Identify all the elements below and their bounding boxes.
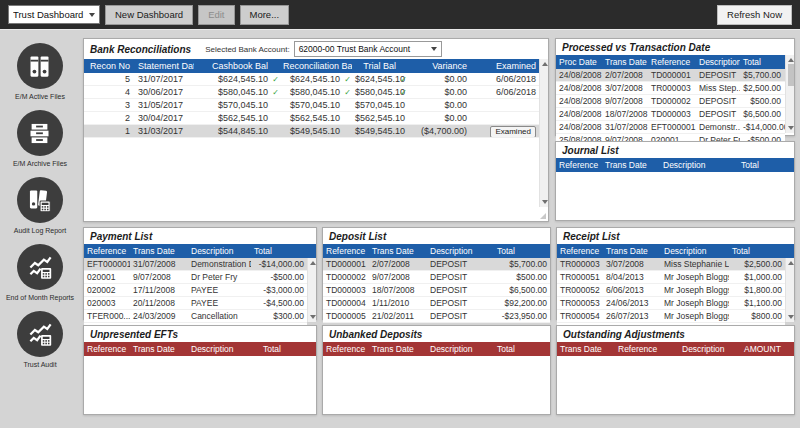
sidebar-item-em-archive-files[interactable]: E/M Archive Files (13, 110, 67, 168)
column-header[interactable]: Proc Date (556, 55, 602, 69)
column-header[interactable]: Total (251, 244, 307, 258)
scroll-up-icon (542, 62, 548, 66)
sidebar-item-label: Audit Log Report (14, 227, 67, 235)
table-row[interactable]: TD000005 21/02/2011 DEPOSIT -$23,950.00 (323, 310, 550, 323)
column-header[interactable]: Trans Date (130, 342, 188, 356)
table-row[interactable]: 24/08/2008 3/07/2008 TR000003 Miss Step.… (556, 82, 785, 95)
table-row[interactable]: TR000054 26/07/2013 Mr Joseph Bloggs $80… (557, 310, 785, 323)
column-header[interactable]: Description (679, 342, 741, 356)
edit-button[interactable]: Edit (198, 5, 234, 25)
column-header[interactable]: Reference (557, 244, 603, 258)
table-row[interactable]: TR000051 8/04/2013 Mr Joseph Bloggs $1,0… (557, 271, 785, 284)
sidebar-item-em-active-files[interactable]: E/M Active Files (15, 43, 65, 101)
table-row[interactable]: 2 30/04/2017 $562,545.10 $562,545.10 $56… (84, 112, 539, 125)
chevron-down-icon (431, 47, 437, 51)
table-body: 5 31/07/2017 $624,545.10✓ $624,545.10✓ $… (84, 73, 539, 138)
table-row[interactable]: 24/08/2008 9/07/2008 TD000002 DEPOSIT $5… (556, 95, 785, 108)
table-row[interactable]: TD000002 9/07/2008 DEPOSIT $500.00 (323, 271, 550, 284)
column-header[interactable]: Trans Date (602, 55, 648, 69)
column-header[interactable]: Total (494, 244, 550, 258)
table-row[interactable]: 24/08/2008 2/07/2008 TD000001 DEPOSIT $5… (556, 69, 785, 82)
journal-list-panel: Journal List Reference Trans Date Descri… (555, 141, 795, 221)
column-header[interactable]: Reference (648, 55, 696, 69)
column-header[interactable]: Reference (323, 342, 369, 356)
bank-reconciliations-panel: Bank Reconciliations Selected Bank Accou… (83, 38, 549, 222)
column-header[interactable]: Reference (84, 342, 130, 356)
column-header[interactable]: Total (740, 55, 785, 69)
table-row[interactable]: EFT000001 31/07/2008 Demonstration Data … (84, 258, 307, 271)
table-row[interactable]: 24/08/2008 31/07/2008 EFT000001 Demonstr… (556, 121, 785, 134)
column-header-sorted[interactable]: Statement Date (133, 59, 194, 73)
panel-title: Deposit List (323, 228, 550, 244)
sidebar-item-audit-log-report[interactable]: Audit Log Report (14, 177, 67, 235)
table-header: Recon No Statement Date Cashbook Bal Rec… (84, 59, 548, 73)
column-header[interactable]: Trans Date (557, 342, 615, 356)
table-row[interactable]: 1 31/03/2017 $544,845.10 $549,545.10 $54… (84, 125, 539, 138)
column-header[interactable]: Trans Date (130, 244, 188, 258)
table-row[interactable]: TD000001 2/07/2008 DEPOSIT $5,700.00 (323, 258, 550, 271)
chart-calculator-icon (17, 244, 63, 290)
sidebar-item-trust-audit[interactable]: Trust Audit (17, 311, 63, 369)
column-header[interactable]: Description (660, 158, 738, 172)
vertical-scrollbar[interactable] (307, 258, 316, 322)
column-header[interactable]: Trial Bal (352, 59, 408, 73)
column-header[interactable]: Description (661, 244, 729, 258)
payment-list-panel: Payment List Reference Trans Date Descri… (83, 227, 317, 320)
column-header[interactable]: Description (696, 55, 740, 69)
table-row[interactable]: TR000003 3/07/2008 Miss Stephanie Lumia … (557, 258, 785, 271)
table-body: 24/08/2008 2/07/2008 TD000001 DEPOSIT $5… (556, 69, 785, 147)
dashboard-select[interactable]: Trust Dashboard (8, 5, 100, 24)
scroll-down-icon (542, 200, 548, 204)
sidebar-item-label: E/M Archive Files (13, 160, 67, 168)
more-button[interactable]: More... (240, 5, 290, 25)
column-header[interactable]: Total (738, 158, 794, 172)
table-header: Reference Trans Date Description Total (323, 342, 550, 356)
column-header[interactable]: Recon No (84, 59, 133, 73)
refresh-now-button[interactable]: Refresh Now (717, 5, 792, 25)
column-header[interactable]: Total (494, 342, 550, 356)
column-header[interactable]: Trans Date (602, 158, 660, 172)
column-header[interactable]: Description (188, 342, 260, 356)
examined-button[interactable]: Examined (490, 126, 536, 137)
column-header[interactable]: Trans Date (603, 244, 661, 258)
table-row[interactable]: TD000004 1/11/2010 DEPOSIT $92,200.00 (323, 297, 550, 310)
column-header[interactable]: Description (188, 244, 251, 258)
resize-grip[interactable] (540, 213, 546, 219)
table-row[interactable]: 020002 17/11/2008 PAYEE -$3,000.00 (84, 284, 307, 297)
column-header[interactable]: Trans Date (369, 244, 427, 258)
unpresented-efts-panel: Unpresented EFTs Reference Trans Date De… (83, 325, 317, 415)
column-header[interactable]: Trans Date (369, 342, 427, 356)
table-row[interactable]: TFER000... 24/03/2009 Cancellation $300.… (84, 310, 307, 323)
table-row[interactable]: 4 30/06/2017 $580,045.10✓ $580,045.10✓ $… (84, 86, 539, 99)
vertical-scrollbar[interactable] (785, 55, 794, 133)
bank-account-select[interactable]: 62000-00 Trust Bank Account (294, 41, 442, 57)
scroll-up-icon (788, 58, 794, 62)
table-row[interactable]: 020003 20/11/2008 PAYEE -$4,500.00 (84, 297, 307, 310)
sidebar-item-end-of-month-reports[interactable]: End of Month Reports (6, 244, 74, 302)
column-header[interactable]: Reference (556, 158, 602, 172)
table-row[interactable]: TR000052 6/06/2013 Mr Joseph Bloggs $1,8… (557, 284, 785, 297)
column-header[interactable]: Reconciliation Bal (280, 59, 352, 73)
new-dashboard-button[interactable]: New Dashboard (105, 5, 193, 25)
column-header[interactable]: Reference (84, 244, 130, 258)
vertical-scrollbar[interactable] (785, 258, 794, 322)
column-header[interactable]: Reference (323, 244, 369, 258)
column-header[interactable]: Total (729, 244, 785, 258)
column-header[interactable]: Total (260, 342, 316, 356)
table-row[interactable]: 5 31/07/2017 $624,545.10✓ $624,545.10✓ $… (84, 73, 539, 86)
column-header[interactable]: Variance (408, 59, 470, 73)
table-row[interactable]: TD000003 18/07/2008 DEPOSIT $6,500.00 (323, 284, 550, 297)
column-header[interactable]: AMOUNT (741, 342, 794, 356)
table-row[interactable]: 24/08/2008 18/07/2008 TD000003 DEPOSIT $… (556, 108, 785, 121)
scroll-up-icon (310, 261, 316, 265)
table-row[interactable]: TR000053 24/06/2013 Mr Joseph Bloggs $1,… (557, 297, 785, 310)
table-row[interactable]: 020001 9/07/2008 Dr Peter Fry -$500.00 (84, 271, 307, 284)
column-header[interactable]: Cashbook Bal (194, 59, 280, 73)
outstanding-adjustments-panel: Outstanding Adjustments Trans Date Refer… (556, 325, 795, 415)
column-header[interactable]: Examined (470, 59, 539, 73)
column-header[interactable]: Description (427, 244, 494, 258)
column-header[interactable]: Description (427, 342, 494, 356)
column-header[interactable]: Reference (615, 342, 679, 356)
table-row[interactable]: 3 31/05/2017 $570,045.10 $570,045.10 $57… (84, 99, 539, 112)
vertical-scrollbar[interactable] (539, 59, 548, 207)
